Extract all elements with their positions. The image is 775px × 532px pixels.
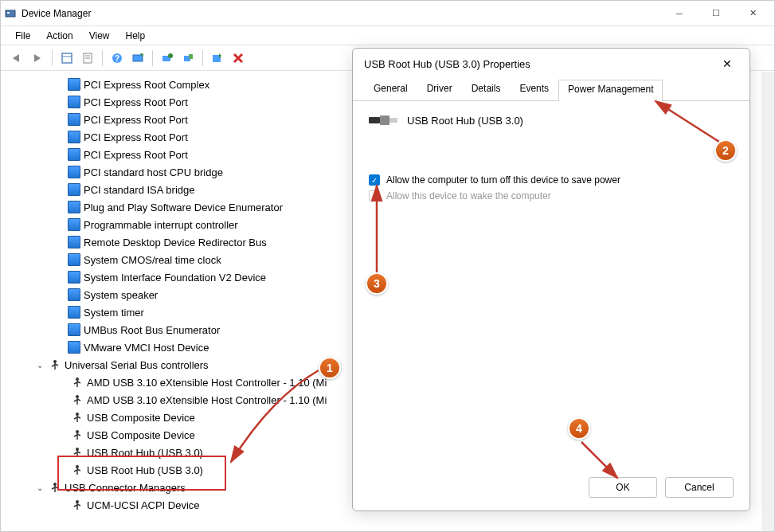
badge-4: 4 xyxy=(568,417,590,440)
monitor-icon xyxy=(68,201,80,213)
menu-action[interactable]: Action xyxy=(38,29,80,43)
tree-item-label: UCM-UCSI ACPI Device xyxy=(87,499,200,511)
tree-item-label: VMware VMCI Host Device xyxy=(84,342,209,354)
svg-rect-9 xyxy=(133,55,143,61)
tree-item-label: Programmable interrupt controller xyxy=(84,219,238,231)
tree-item-label: USB Composite Device xyxy=(87,412,195,424)
tab-general[interactable]: General xyxy=(364,79,417,100)
dialog-title-text: USB Root Hub (USB 3.0) Properties xyxy=(364,58,716,70)
dialog-buttons: OK Cancel xyxy=(589,477,734,498)
menu-help[interactable]: Help xyxy=(118,29,154,43)
tree-item-label: PCI standard host CPU bridge xyxy=(84,166,223,178)
tree-item-label: System timer xyxy=(84,307,144,319)
usb-icon xyxy=(71,376,84,389)
svg-text:?: ? xyxy=(115,54,119,63)
device-name: USB Root Hub (USB 3.0) xyxy=(407,115,523,127)
tree-item-label: PCI Express Root Port xyxy=(84,149,188,161)
window-title: Device Manager xyxy=(22,8,661,19)
svg-rect-2 xyxy=(62,53,72,63)
tree-item-label: USB Root Hub (USB 3.0) xyxy=(87,464,203,476)
properties-button[interactable] xyxy=(78,49,97,68)
svg-point-11 xyxy=(168,53,173,58)
forward-button[interactable] xyxy=(28,49,47,68)
cancel-button[interactable]: Cancel xyxy=(665,477,734,498)
dialog-body: USB Root Hub (USB 3.0) ✓ Allow the compu… xyxy=(353,101,750,217)
tab-events[interactable]: Events xyxy=(510,79,558,100)
ok-button[interactable]: OK xyxy=(589,477,657,498)
back-button[interactable] xyxy=(7,49,26,68)
tree-item-label: PCI Express Root Port xyxy=(84,96,188,108)
monitor-icon xyxy=(68,131,80,143)
dialog-tabs: General Driver Details Events Power Mana… xyxy=(353,79,750,101)
maximize-button[interactable]: ☐ xyxy=(698,2,734,25)
turnoff-checkbox[interactable]: ✓ xyxy=(369,174,380,186)
usb-icon xyxy=(49,358,61,371)
monitor-icon xyxy=(68,96,80,108)
tree-item-label: Plug and Play Software Device Enumerator xyxy=(84,201,283,213)
tree-item-label: System speaker xyxy=(84,289,158,301)
minimize-button[interactable]: ─ xyxy=(661,2,698,25)
menu-view[interactable]: View xyxy=(81,29,118,43)
svg-rect-0 xyxy=(6,10,15,17)
badge-1: 1 xyxy=(319,357,341,379)
menubar: File Action View Help xyxy=(1,26,774,45)
tree-item-label: USB Composite Device xyxy=(87,429,195,441)
tree-category-label: USB Connector Managers xyxy=(65,482,186,494)
tree-item-label: PCI Express Root Port xyxy=(84,114,188,126)
tree-item-label: AMD USB 3.10 eXtensible Host Controller … xyxy=(87,394,327,406)
scan-button[interactable] xyxy=(128,49,147,68)
checkbox-row-wake: Allow this device to wake the computer xyxy=(369,190,734,201)
tab-power-management[interactable]: Power Management xyxy=(558,80,663,101)
tab-driver[interactable]: Driver xyxy=(417,79,462,100)
monitor-icon xyxy=(68,183,80,196)
properties-dialog: USB Root Hub (USB 3.0) Properties ✕ Gene… xyxy=(352,48,750,511)
checkbox-row-turnoff: ✓ Allow the computer to turn off this de… xyxy=(369,174,734,186)
chevron-down-icon: ⌄ xyxy=(34,361,45,370)
uninstall-button[interactable] xyxy=(229,49,248,68)
monitor-icon xyxy=(68,271,80,284)
monitor-icon xyxy=(68,323,80,336)
svg-rect-51 xyxy=(369,117,380,123)
badge-2: 2 xyxy=(714,139,737,162)
titlebar: Device Manager ─ ☐ ✕ xyxy=(1,1,774,26)
svg-rect-53 xyxy=(389,118,397,123)
chevron-down-icon: ⌄ xyxy=(34,483,45,492)
usb-icon xyxy=(71,428,84,441)
usb-icon xyxy=(71,464,84,476)
svg-rect-52 xyxy=(380,115,389,125)
usb-icon xyxy=(49,481,61,494)
monitor-icon xyxy=(68,306,80,319)
enable-button[interactable] xyxy=(178,49,198,68)
usb-icon xyxy=(71,499,84,511)
monitor-icon xyxy=(68,148,80,161)
wake-label: Allow this device to wake the computer xyxy=(386,190,551,201)
menu-file[interactable]: File xyxy=(7,29,38,43)
monitor-icon xyxy=(68,236,80,248)
tree-item-label: AMD USB 3.10 eXtensible Host Controller … xyxy=(87,377,327,389)
dialog-titlebar: USB Root Hub (USB 3.0) Properties ✕ xyxy=(353,49,750,79)
device-header: USB Root Hub (USB 3.0) xyxy=(369,112,734,128)
svg-rect-1 xyxy=(7,12,10,14)
tree-item-label: PCI Express Root Port xyxy=(84,131,188,143)
monitor-icon xyxy=(68,113,80,126)
usb-icon xyxy=(71,393,84,406)
svg-rect-13 xyxy=(189,54,193,59)
tree-item-label: System Interface Foundation V2 Device xyxy=(84,272,266,284)
update-driver-button[interactable] xyxy=(158,49,177,68)
vertical-scrollbar[interactable] xyxy=(761,72,774,531)
dialog-close-button[interactable]: ✕ xyxy=(716,53,738,75)
tree-item-label: USB Root Hub (USB 3.0) xyxy=(87,447,203,459)
help-button[interactable]: ? xyxy=(108,49,127,68)
close-button[interactable]: ✕ xyxy=(734,2,771,25)
usb-plug-icon xyxy=(369,112,397,128)
turnoff-label: Allow the computer to turn off this devi… xyxy=(386,174,620,186)
show-hide-button[interactable] xyxy=(57,49,76,68)
tab-details[interactable]: Details xyxy=(462,79,511,100)
add-legacy-button[interactable] xyxy=(208,49,227,68)
tree-item-label: UMBus Root Bus Enumerator xyxy=(84,324,220,336)
usb-icon xyxy=(71,411,84,424)
monitor-icon xyxy=(68,78,80,91)
monitor-icon xyxy=(68,253,80,266)
monitor-icon xyxy=(68,166,80,178)
tree-item-label: PCI standard ISA bridge xyxy=(84,184,194,196)
